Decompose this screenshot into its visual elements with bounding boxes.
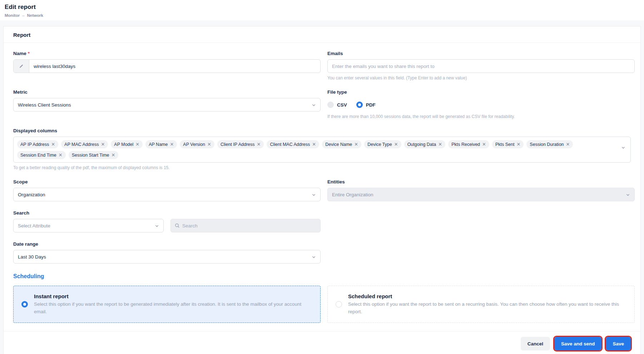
column-chip: Outgoing Data✕ [404, 140, 446, 148]
column-chip: AP Version✕ [180, 140, 214, 148]
chip-remove-icon[interactable]: ✕ [257, 142, 261, 147]
scope-selected-value: Organization [18, 192, 45, 197]
chip-remove-icon[interactable]: ✕ [59, 153, 63, 157]
chip-remove-icon[interactable]: ✕ [438, 142, 442, 147]
date-range-label: Date range [13, 241, 38, 247]
report-card-title: Report [13, 32, 631, 38]
search-label: Search [13, 210, 29, 216]
file-type-label: File type [327, 89, 347, 95]
scope-label: Scope [13, 179, 28, 185]
search-field-group: Search Select Attribute [13, 210, 631, 232]
date-range-selected-value: Last 30 Days [18, 254, 46, 260]
file-type-field-group: File type CSV PDF If there are more than… [327, 89, 635, 119]
scheduled-report-option-card[interactable]: Scheduled report Select this option if y… [327, 286, 635, 323]
page-title: Edit report [5, 4, 639, 11]
chip-remove-icon[interactable]: ✕ [170, 142, 174, 147]
chip-remove-icon[interactable]: ✕ [312, 142, 316, 147]
chip-remove-icon[interactable]: ✕ [207, 142, 211, 147]
displayed-columns-helper-text: To get a better reading quality of the p… [13, 165, 631, 170]
column-chip: AP MAC Address✕ [61, 140, 108, 148]
column-chip: Pkts Received✕ [448, 140, 489, 148]
scheduled-report-description: Select this option if you want the repor… [348, 301, 626, 316]
chip-remove-icon[interactable]: ✕ [566, 142, 570, 147]
emails-label: Emails [327, 51, 343, 56]
pencil-icon [14, 60, 29, 73]
chevron-down-icon [155, 224, 159, 228]
chip-remove-icon[interactable]: ✕ [394, 142, 398, 147]
name-field-group: Name * [13, 51, 321, 80]
form-footer: Cancel Save and send Save [4, 331, 640, 354]
date-range-field-group: Date range Last 30 Days [13, 241, 321, 264]
column-chip: Device Type✕ [364, 140, 401, 148]
chevron-down-icon [312, 255, 316, 259]
cancel-button[interactable]: Cancel [521, 337, 550, 350]
entities-select-disabled: Entire Organization [327, 188, 635, 201]
breadcrumb-separator: – [22, 13, 24, 18]
instant-report-title: Instant report [34, 293, 312, 299]
radio-selected-icon[interactable] [356, 102, 363, 108]
emails-input-wrapper [327, 59, 635, 73]
column-chip: Session Start Time✕ [69, 151, 119, 159]
emails-input[interactable] [328, 60, 634, 73]
search-input-wrapper [170, 219, 321, 232]
pdf-radio-label: PDF [366, 102, 376, 108]
chip-remove-icon[interactable]: ✕ [516, 142, 520, 147]
csv-radio-label: CSV [337, 102, 347, 108]
search-attribute-select[interactable]: Select Attribute [13, 219, 164, 232]
page-background: Report Name * [0, 20, 644, 354]
chip-remove-icon[interactable]: ✕ [112, 153, 115, 157]
entities-label: Entities [327, 179, 345, 185]
metric-field-group: Metric Wireless Client Sessions [13, 89, 321, 119]
breadcrumb-item-network[interactable]: Network [27, 13, 43, 18]
scope-field-group: Scope Organization [13, 179, 321, 201]
chip-remove-icon[interactable]: ✕ [101, 142, 105, 147]
chevron-down-icon[interactable] [621, 146, 625, 150]
report-card-header: Report [4, 26, 640, 43]
chevron-down-icon [626, 193, 630, 197]
column-chip: Client IP Address✕ [217, 140, 264, 148]
chip-remove-icon[interactable]: ✕ [482, 142, 486, 147]
name-input[interactable] [29, 60, 320, 73]
metric-selected-value: Wireless Client Sessions [18, 102, 71, 108]
name-input-wrapper [13, 59, 321, 73]
file-type-helper-text: If there are more than 10,000 sessions d… [327, 114, 635, 119]
page-header: Edit report Monitor – Network [0, 0, 644, 20]
save-and-send-button[interactable]: Save and send [554, 337, 602, 350]
radio-unselected-icon[interactable] [336, 301, 342, 308]
column-chip: Session End Time✕ [17, 151, 66, 159]
search-icon [171, 223, 180, 228]
column-chip: Client MAC Address✕ [267, 140, 319, 148]
chip-remove-icon[interactable]: ✕ [51, 142, 55, 147]
emails-field-group: Emails You can enter several values in t… [327, 51, 635, 80]
instant-report-option-card[interactable]: Instant report Select this option if you… [13, 286, 321, 323]
column-chip: AP Name✕ [145, 140, 177, 148]
scope-select[interactable]: Organization [13, 188, 321, 201]
chip-remove-icon[interactable]: ✕ [135, 142, 139, 147]
chip-remove-icon[interactable]: ✕ [354, 142, 358, 147]
column-chip: AP Model✕ [111, 140, 143, 148]
column-chip: Device Name✕ [322, 140, 361, 148]
required-asterisk: * [28, 51, 30, 56]
save-button[interactable]: Save [606, 337, 631, 350]
search-input[interactable] [180, 219, 320, 232]
pdf-radio-option[interactable]: PDF [356, 102, 376, 108]
breadcrumb: Monitor – Network [5, 13, 639, 18]
displayed-columns-label: Displayed columns [13, 128, 57, 133]
entities-selected-value: Entire Organization [332, 192, 373, 197]
metric-select[interactable]: Wireless Client Sessions [13, 98, 321, 112]
emails-helper-text: You can enter several values in this fie… [327, 75, 635, 80]
date-range-select[interactable]: Last 30 Days [13, 250, 321, 264]
breadcrumb-item-monitor[interactable]: Monitor [5, 13, 20, 18]
displayed-columns-multiselect[interactable]: AP IP Address✕ AP MAC Address✕ AP Model✕… [13, 137, 631, 163]
column-chip: Pkts Sent✕ [492, 140, 524, 148]
column-chip: Session Duration✕ [526, 140, 573, 148]
report-card: Report Name * [3, 26, 641, 354]
displayed-columns-field-group: Displayed columns AP IP Address✕ AP MAC … [13, 128, 631, 170]
radio-selected-icon[interactable] [21, 301, 28, 308]
csv-radio-option[interactable]: CSV [327, 102, 347, 108]
metric-label: Metric [13, 89, 28, 95]
radio-unselected-icon[interactable] [327, 102, 334, 108]
scheduled-report-title: Scheduled report [348, 293, 626, 299]
entities-field-group: Entities Entire Organization [327, 179, 635, 201]
chevron-down-icon [312, 193, 316, 197]
